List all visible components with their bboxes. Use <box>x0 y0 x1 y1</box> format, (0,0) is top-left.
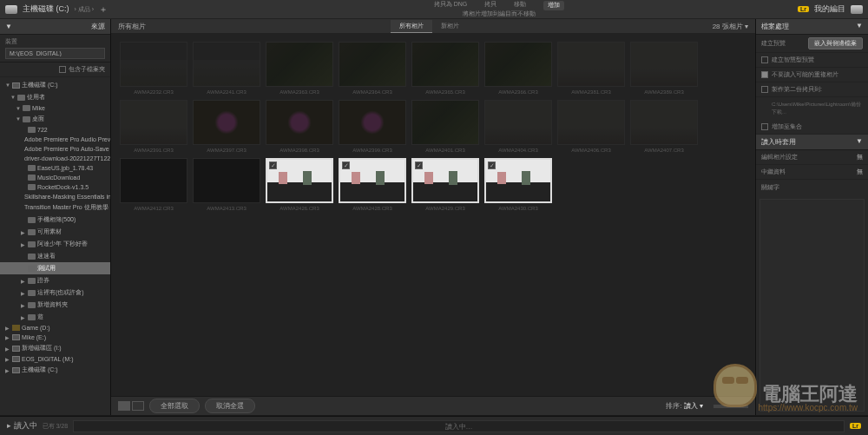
thumbnail-image: ✓ <box>266 158 333 203</box>
tree-item[interactable]: ▶這裡有(也或許會) <box>0 287 110 299</box>
thumbnail[interactable]: AWMA2366.CR3 <box>484 42 552 95</box>
thumb-checkbox[interactable]: ✓ <box>342 161 350 169</box>
build-previews-row: 建立預覽 嵌入與側邊檔案 <box>756 35 868 53</box>
copy-dng-option[interactable]: 拷貝為 DNG <box>434 1 468 10</box>
metadata-value[interactable]: 無 <box>857 168 863 176</box>
tree-item[interactable]: ▶證券 <box>0 274 110 287</box>
thumb-checkbox[interactable]: ✓ <box>415 161 423 169</box>
checkbox-icon[interactable] <box>59 66 66 73</box>
thumbnail[interactable]: AWMA2399.CR3 <box>339 100 406 153</box>
preview-type-button[interactable]: 嵌入與側邊檔案 <box>808 37 863 49</box>
metadata-label: 中繼資料 <box>761 168 786 176</box>
tree-item[interactable]: 速速看 <box>0 250 110 262</box>
select-all-button[interactable]: 全部選取 <box>149 399 200 413</box>
tree-item[interactable]: ▼主機磁碟 (C:) <box>0 79 110 91</box>
thumbnail[interactable]: AWMA2365.CR3 <box>411 42 479 95</box>
checkbox-icon[interactable] <box>761 86 768 93</box>
tree-item[interactable]: MusicDownload <box>0 173 110 182</box>
tree-item[interactable]: EaseUS.jpb_1.78.43 <box>0 163 110 173</box>
develop-settings-value[interactable]: 無 <box>857 153 863 161</box>
apply-during-import-header[interactable]: 讀入時套用▼ <box>756 135 868 150</box>
device-path-input[interactable] <box>5 48 105 59</box>
thumbnail[interactable]: AWMA2406.CR3 <box>557 100 625 153</box>
thumbnail[interactable]: AWMA2401.CR3 <box>411 100 479 153</box>
tab-all-photos[interactable]: 所有相片 <box>391 20 432 33</box>
add-to-collection-row[interactable]: 增加至集合 <box>756 120 868 135</box>
thumbnail[interactable]: ✓AWMA2429.CR3 <box>411 158 479 211</box>
tree-item[interactable]: ▶EOS_DIGITAL (M:) <box>0 354 110 364</box>
keywords-input[interactable] <box>760 199 865 412</box>
tab-new-photos[interactable]: 新相片 <box>432 20 468 33</box>
tree-item-label: MusicDownload <box>37 175 80 181</box>
tree-item[interactable]: ▼Mike <box>0 103 110 113</box>
second-copy-row[interactable]: 製作第二份拷貝到: <box>756 82 868 97</box>
tree-item[interactable]: Skillshare-Masking Essentials in PR A Mu… <box>0 192 110 201</box>
tree-item[interactable]: ▶阿達少年 下秒好香 <box>0 238 110 250</box>
center-tabs: 所有相片 新相片 <box>391 20 468 33</box>
tree-item[interactable]: ▶主機磁碟 (C:) <box>0 364 110 376</box>
photo-count-dropdown[interactable]: 28 張相片 ▾ <box>713 22 748 31</box>
smart-preview-row[interactable]: 建立智慧型預覽 <box>756 53 868 68</box>
tree-item[interactable]: RocketDock-v1.3.5 <box>0 182 110 192</box>
thumb-checkbox[interactable]: ✓ <box>269 161 277 169</box>
thumbnail[interactable]: AWMA2364.CR3 <box>339 42 406 95</box>
add-source-icon[interactable]: ＋ <box>99 3 108 16</box>
thumbnail[interactable]: AWMA2413.CR3 <box>193 158 260 211</box>
deselect-all-button[interactable]: 取消全選 <box>205 399 255 413</box>
thumb-size-slider[interactable] <box>713 405 748 408</box>
tree-item[interactable]: ▼桌面 <box>0 113 110 125</box>
thumbnail-filename: AWMA2365.CR3 <box>425 89 464 95</box>
no-duplicates-row[interactable]: ✓ 不要讀入可能的重複相片 <box>756 68 868 82</box>
thumbnail[interactable]: AWMA2407.CR3 <box>630 100 698 153</box>
tree-item[interactable]: ▶新增資料夾 <box>0 299 110 311</box>
add-option-active[interactable]: 增加 <box>543 1 564 10</box>
loupe-view-icon[interactable] <box>132 401 144 411</box>
tree-item[interactable]: Adobe Premiere Pro Auto-Save <box>0 144 110 154</box>
tree-item[interactable]: Transition Master Pro 使用教學 <box>0 201 110 214</box>
grid-view-icon[interactable] <box>118 401 130 411</box>
tree-item[interactable]: 手機相簿(500) <box>0 214 110 226</box>
thumbnail[interactable]: AWMA2397.CR3 <box>193 100 260 153</box>
folder-icon <box>28 229 36 235</box>
thumbnail[interactable]: ✓AWMA2426.CR3 <box>266 158 333 211</box>
thumbnail[interactable]: AWMA2398.CR3 <box>266 100 333 153</box>
tree-item[interactable]: ▶新增磁碟區 (I:) <box>0 342 110 354</box>
tree-item[interactable]: ▼使用者 <box>0 91 110 103</box>
tree-item-label: Mike (E:) <box>22 334 46 340</box>
tree-item[interactable]: driver-download-20221227T122042-001 <box>0 154 110 163</box>
copy-option[interactable]: 拷貝 <box>484 1 496 10</box>
tree-item[interactable]: ▶Mike (E:) <box>0 333 110 342</box>
folder-icon <box>28 314 36 320</box>
thumbnail-grid[interactable]: AWMA2232.CR3AWMA2241.CR3AWMA2363.CR3AWMA… <box>111 33 755 396</box>
thumbnail[interactable]: AWMA2391.CR3 <box>120 100 187 153</box>
chevron-icon: ▶ <box>21 314 26 320</box>
tree-item[interactable]: Adobe Premiere Pro Audio Previews <box>0 135 110 144</box>
folder-tree[interactable]: ▼主機磁碟 (C:)▼使用者▼Mike▼桌面722Adobe Premiere … <box>0 77 110 415</box>
checkbox-icon[interactable] <box>761 56 768 63</box>
thumbnail[interactable]: AWMA2363.CR3 <box>266 42 333 95</box>
thumbnail[interactable]: AWMA2232.CR3 <box>120 42 187 95</box>
thumbnail[interactable]: ✓AWMA2428.CR3 <box>339 158 406 211</box>
tree-item[interactable]: ▶可用素材 <box>0 226 110 238</box>
move-option[interactable]: 移動 <box>514 1 526 10</box>
checkbox-icon[interactable]: ✓ <box>761 71 768 78</box>
thumb-checkbox[interactable]: ✓ <box>488 161 496 169</box>
include-subfolder-row[interactable]: 包含子檔案夾 <box>0 63 110 77</box>
tree-item[interactable]: ▶Game (D:) <box>0 323 110 333</box>
import-progress-toggle[interactable]: ▸ 讀入中 <box>7 420 37 432</box>
tree-item[interactable]: 722 <box>0 125 110 135</box>
thumbnail[interactable]: AWMA2389.CR3 <box>630 42 698 95</box>
thumbnail[interactable]: ✓AWMA2430.CR3 <box>484 158 552 211</box>
thumbnail[interactable]: AWMA2381.CR3 <box>557 42 625 95</box>
keywords-label: 關鍵字 <box>756 180 868 195</box>
tree-item[interactable]: ▶遊 <box>0 311 110 323</box>
thumbnail[interactable]: AWMA2404.CR3 <box>484 100 552 153</box>
thumbnail[interactable]: AWMA2241.CR3 <box>193 42 260 95</box>
sort-value-dropdown[interactable]: 讀入 ▾ <box>684 402 703 410</box>
file-handling-header[interactable]: 檔案處理▼ <box>756 19 868 35</box>
checkbox-icon[interactable] <box>761 123 768 130</box>
tree-item[interactable]: 測試用 <box>0 262 110 274</box>
thumbnail[interactable]: AWMA2412.CR3 <box>120 158 187 211</box>
thumbnail-image <box>630 100 698 145</box>
source-header[interactable]: ▼ 來源 <box>0 19 110 35</box>
